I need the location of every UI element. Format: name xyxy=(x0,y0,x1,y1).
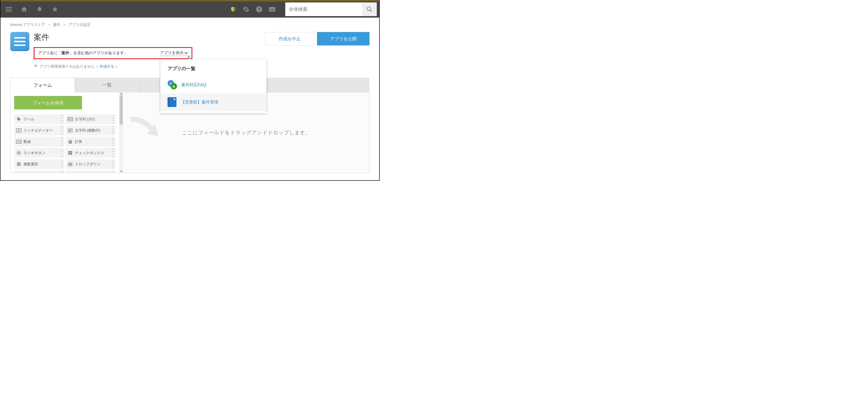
radio-icon xyxy=(16,150,22,155)
letter-a-box-icon: A xyxy=(16,128,22,133)
save-form-button[interactable]: フォームを保存 xyxy=(14,96,82,110)
scroll-down-icon[interactable] xyxy=(120,171,123,172)
field-date[interactable]: 日付 xyxy=(14,171,64,173)
field-rich-editor[interactable]: Aリッチエディター xyxy=(14,125,64,135)
gear-icon[interactable] xyxy=(243,6,250,13)
field-time[interactable]: 時刻 xyxy=(66,171,116,173)
publish-button[interactable]: アプリを公開 xyxy=(317,32,369,46)
svg-text:</>: </> xyxy=(270,8,274,11)
bell-icon[interactable] xyxy=(36,6,43,13)
note-edit-icon xyxy=(34,64,38,69)
svg-text:?: ? xyxy=(258,7,260,12)
svg-point-17 xyxy=(71,142,71,142)
help-icon[interactable]: ? xyxy=(256,6,262,13)
svg-rect-28 xyxy=(68,164,72,166)
svg-rect-1 xyxy=(5,9,12,10)
svg-point-22 xyxy=(18,152,20,154)
svg-rect-26 xyxy=(17,165,21,166)
breadcrumb-current: アプリの設定 xyxy=(69,23,91,27)
checkbox-icon xyxy=(68,150,73,155)
chevron-down-icon xyxy=(184,52,188,54)
svg-line-8 xyxy=(370,10,372,12)
svg-rect-2 xyxy=(5,11,12,12)
field-label[interactable]: ラベル xyxy=(14,114,64,124)
svg-rect-27 xyxy=(68,163,72,164)
calculator-icon xyxy=(68,139,73,144)
tag-icon xyxy=(16,117,22,122)
multiselect-icon xyxy=(16,161,22,167)
field-text-single[interactable]: ABC文字列 (1行) xyxy=(66,114,116,124)
app-list-title: アプリの一覧 xyxy=(160,65,267,76)
search-input[interactable] xyxy=(285,7,362,12)
svg-point-16 xyxy=(70,142,70,142)
svg-point-7 xyxy=(367,7,371,10)
123-box-icon: 123 xyxy=(16,139,22,144)
tab-form[interactable]: フォーム xyxy=(10,78,75,92)
beginner-icon[interactable] xyxy=(230,6,237,13)
home-icon[interactable] xyxy=(21,6,28,13)
show-apps-toggle[interactable]: アプリを表示 xyxy=(160,50,188,56)
field-calc[interactable]: 計算 xyxy=(66,137,116,147)
field-text-multi[interactable]: 文字列 (複数行) xyxy=(66,125,116,135)
svg-point-19 xyxy=(70,142,70,143)
dropdown-icon xyxy=(68,161,73,167)
app-list-item-faq[interactable]: QA 案件対応FAQ xyxy=(160,76,267,93)
tab-list[interactable]: 一覧 xyxy=(75,78,140,92)
palette-scrollbar[interactable] xyxy=(119,92,123,173)
app-list-item-sales[interactable]: 【営業部】案件管理 xyxy=(160,93,267,111)
global-search xyxy=(285,2,377,16)
app-list-popup: アプリの一覧 QA 案件対応FAQ 【営業部】案件管理 xyxy=(160,59,267,113)
field-radio[interactable]: ラジオボタン xyxy=(14,148,64,158)
qa-icon: QA xyxy=(168,80,177,89)
field-palette: フォームを保存 ラベル ABC文字列 (1行) Aリッチエディター 文字列 (複… xyxy=(10,92,119,173)
svg-point-20 xyxy=(71,142,71,143)
duplicate-name-notice: アプリ名に「案件」を含む他のアプリがあります。 アプリを表示 xyxy=(34,47,192,59)
field-dropdown[interactable]: ドロップダウン xyxy=(66,159,116,169)
svg-rect-24 xyxy=(17,163,21,163)
app-icon xyxy=(10,32,29,51)
top-toolbar: ? </> xyxy=(0,0,379,18)
canvas-hint-text: ここにフィールドをドラッグアンドドロップします。 xyxy=(182,129,310,136)
abc-box-icon: ABC xyxy=(68,117,73,122)
field-multiselect[interactable]: 複数選択 xyxy=(14,159,64,169)
lines-box-icon xyxy=(68,128,73,133)
svg-rect-25 xyxy=(17,164,21,165)
code-icon[interactable]: </> xyxy=(269,6,276,13)
field-checkbox[interactable]: チェックボックス xyxy=(66,148,116,158)
menu-icon[interactable] xyxy=(5,6,12,13)
breadcrumb-store[interactable]: kintone アプリストア xyxy=(10,23,45,27)
search-button[interactable] xyxy=(362,2,377,16)
svg-point-15 xyxy=(69,142,69,142)
cancel-button[interactable]: 作成を中止 xyxy=(265,32,314,46)
create-memo-link[interactable]: 作成する xyxy=(99,64,114,69)
svg-rect-0 xyxy=(5,7,12,8)
breadcrumb-app[interactable]: 案件 xyxy=(53,23,61,27)
svg-point-18 xyxy=(69,142,69,143)
scroll-up-icon[interactable] xyxy=(120,93,123,94)
scroll-thumb[interactable] xyxy=(120,95,123,124)
svg-rect-14 xyxy=(69,140,71,141)
star-icon[interactable] xyxy=(52,6,58,13)
field-number[interactable]: 123数値 xyxy=(14,137,64,147)
page-title: 案件 xyxy=(34,32,49,43)
notebook-icon xyxy=(168,97,177,107)
drop-hint-arrow-icon xyxy=(128,114,162,142)
breadcrumb: kintone アプリストア > 案件 > アプリの設定 xyxy=(10,23,369,27)
